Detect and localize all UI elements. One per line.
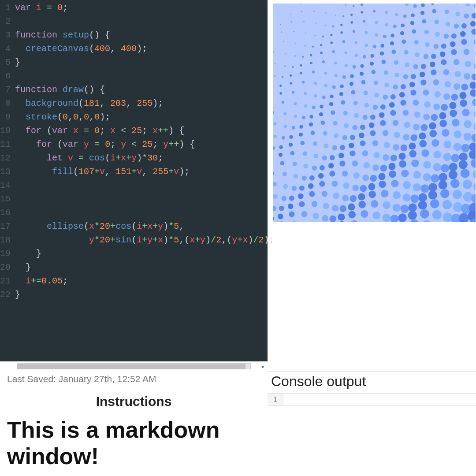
svg-point-60 [294,102,297,105]
svg-point-406 [430,62,435,67]
svg-point-204 [354,41,357,44]
svg-point-443 [439,180,447,189]
svg-point-354 [414,40,419,45]
svg-point-444 [440,189,450,198]
svg-point-131 [322,60,325,63]
svg-point-257 [372,70,376,74]
code-line[interactable] [15,178,274,192]
code-line[interactable]: } [15,247,274,260]
svg-point-393 [420,184,429,193]
svg-point-269 [368,191,376,198]
line-number: 19 [0,247,13,260]
scroll-right-arrow-icon[interactable]: ▸ [260,363,267,369]
code-line[interactable]: let v = cos(i+x+y)*30; [15,151,274,165]
svg-point-451 [455,11,460,16]
code-line[interactable]: stroke(0,0,0,0); [15,110,274,124]
svg-point-103 [314,35,316,37]
svg-point-30 [285,53,286,54]
svg-point-395 [418,201,427,209]
svg-point-231 [360,64,364,68]
line-number: 1 [0,1,13,15]
code-line[interactable]: for (var y = 0; y < 25; y++) { [15,138,274,151]
svg-point-57 [290,74,292,77]
line-number: 3 [0,28,13,42]
code-line[interactable] [15,69,274,83]
svg-point-409 [435,91,441,97]
svg-point-265 [374,152,380,158]
svg-point-181 [344,64,347,67]
svg-point-104 [312,45,314,48]
svg-point-93 [299,186,305,191]
svg-point-404 [434,44,439,49]
svg-point-434 [443,93,450,100]
code-line[interactable]: y*20+sin(i+y+x)*5,(x+y)/2,(y+x)/2); [15,233,274,247]
svg-point-355 [415,52,420,57]
svg-point-220 [348,204,355,211]
svg-point-184 [339,92,343,96]
horizontal-scrollbar[interactable]: ◂ ▸ [0,361,268,371]
svg-point-353 [412,30,416,34]
line-number: 4 [0,42,13,56]
svg-point-433 [445,81,451,87]
code-line[interactable]: function setup() { [15,28,274,42]
svg-point-44 [282,196,287,201]
svg-point-185 [341,100,346,105]
svg-point-109 [314,94,317,97]
code-line[interactable]: fill(107+v, 151+v, 255+v); [15,165,274,178]
code-line[interactable]: ellipse(x*20+cos(i+x+y)*5, [15,219,274,233]
code-line[interactable]: background(181, 203, 255); [15,97,274,110]
code-line[interactable] [15,192,274,206]
svg-point-431 [441,60,446,65]
code-line[interactable]: } [15,260,274,274]
code-line[interactable]: } [15,56,274,69]
svg-point-180 [344,51,347,54]
svg-point-327 [401,23,405,27]
line-number: 5 [0,56,13,69]
console-line-content[interactable] [283,394,476,405]
svg-point-483 [461,84,469,91]
code-line[interactable]: for (var x = 0; x < 25; x++) { [15,124,274,138]
svg-point-396 [420,209,429,219]
svg-point-341 [399,160,406,168]
svg-point-277 [385,23,388,26]
svg-point-95 [299,201,305,207]
svg-point-318 [391,180,398,187]
svg-point-381 [421,64,426,69]
svg-point-29 [283,41,284,42]
svg-point-391 [423,161,431,169]
svg-point-366 [411,160,419,167]
svg-point-315 [390,155,398,162]
svg-point-203 [353,30,355,33]
svg-point-216 [352,160,358,167]
code-line[interactable] [15,15,274,28]
code-line[interactable]: i+=0.05; [15,274,274,288]
svg-point-208 [350,82,353,86]
svg-point-143 [319,181,325,187]
code-editor[interactable]: 12345678910111213141516171819202122 var … [0,0,268,361]
svg-point-293 [379,181,386,188]
svg-point-394 [418,193,427,202]
code-line[interactable]: function draw() { [15,83,274,97]
svg-point-79 [304,45,306,47]
svg-point-456 [454,59,460,65]
canvas-preview [273,4,476,222]
svg-point-307 [394,72,399,77]
code-line[interactable]: var i = 0; [15,1,274,15]
svg-point-319 [393,191,401,199]
svg-point-439 [443,141,451,149]
svg-point-27 [280,24,281,25]
code-content[interactable]: var i = 0; function setup() { createCanv… [13,0,274,361]
svg-point-52 [291,22,292,22]
code-line[interactable]: } [15,288,274,301]
svg-point-276 [385,11,388,14]
svg-point-128 [322,35,324,37]
scrollbar-track[interactable] [17,363,251,369]
svg-point-34 [279,92,282,95]
svg-point-82 [300,72,302,74]
svg-point-340 [398,153,405,160]
code-line[interactable] [15,206,274,219]
code-line[interactable]: createCanvas(400, 400); [15,42,274,56]
svg-point-453 [451,33,457,39]
scrollbar-thumb[interactable] [17,364,245,369]
svg-point-138 [323,131,327,136]
